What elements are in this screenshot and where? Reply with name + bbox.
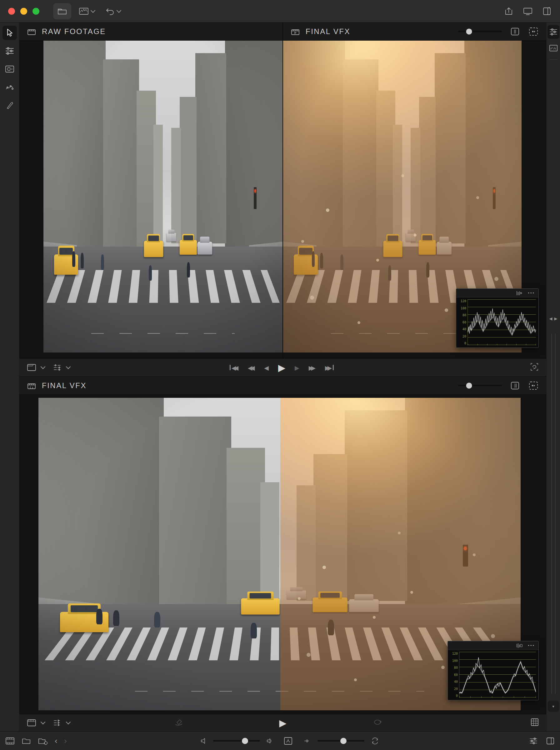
waveform-mode-icon[interactable] [516,291,523,296]
clapperboard-play-icon [291,27,300,36]
luma-waveform-scope-bottom[interactable]: ••• 120 100 80 60 40 20 0 [447,641,539,700]
volume-slider-knob[interactable] [242,738,248,744]
scope-options-button[interactable]: ••• [528,291,535,295]
panel-nav-arrows[interactable]: ◀ ▶ [546,316,560,321]
traffic-lights [8,8,39,15]
split-view-icon[interactable] [510,381,520,390]
panel-title: FINAL VFX [306,27,350,36]
chevron-down-icon[interactable] [66,720,71,725]
speed-slider-knob[interactable] [340,738,346,744]
smart-folder-icon[interactable] [38,736,48,746]
pen-tool-button[interactable] [2,98,17,113]
grid-view-button[interactable] [530,717,539,728]
opacity-slider-knob[interactable] [466,383,472,388]
step-forward-button[interactable]: ▶ [295,364,299,371]
play-button[interactable]: ▶ [278,362,285,373]
channel-settings-icon[interactable] [52,718,62,728]
go-to-end-button[interactable]: ▶▶ [325,364,336,371]
playback-speed-slider[interactable] [318,740,364,742]
footer-left-tools: ‹ › [5,736,67,746]
waveform-mode-icon[interactable] [516,643,523,648]
undo-menu-button[interactable] [102,3,124,19]
history-forward-button[interactable]: › [64,737,67,745]
close-window-button[interactable] [8,8,15,15]
opacity-slider[interactable] [458,31,502,32]
filter-settings-icon[interactable] [529,736,538,745]
loop-toggle-button[interactable] [373,718,382,728]
chevron-down-icon[interactable] [66,364,71,369]
scope-y-axis: 120 100 80 60 40 20 0 [458,299,467,345]
select-tool-button[interactable] [2,26,17,40]
waveform-trace [468,299,536,345]
vfx-viewer-canvas[interactable]: ••• 120 100 80 60 40 20 0 [283,41,546,359]
split-view-icon[interactable] [510,27,520,36]
roto-brush-icon [174,718,183,727]
go-to-start-button[interactable]: ◀◀ [230,364,238,371]
marker-icon[interactable] [304,737,311,745]
scope-body: 120 100 80 60 40 20 0 [456,298,538,347]
filmstrip-icon[interactable] [5,736,15,746]
tracker-tool-button[interactable] [2,80,17,94]
chevron-down-icon [117,8,122,13]
transport-left-tools [26,718,70,728]
export-icon[interactable] [504,6,514,16]
prev-arrow-icon[interactable]: ◀ [549,316,553,321]
display-icon[interactable] [522,6,533,16]
speaker-low-icon[interactable] [200,737,207,745]
zoom-window-button[interactable] [33,8,39,15]
scope-options-button[interactable]: ••• [528,644,535,648]
scopes-panel-button[interactable] [547,41,559,55]
speaker-high-icon[interactable] [266,737,273,745]
selection-region-icon[interactable] [528,381,539,390]
opacity-slider[interactable] [458,385,502,386]
media-bin-button[interactable] [53,3,71,19]
loop-region-icon[interactable] [529,362,539,372]
scopes-menu-button[interactable] [76,3,98,19]
transport-left-tools [26,363,70,372]
selection-region-icon[interactable] [528,27,539,36]
sidebar-toggle-icon[interactable] [542,6,552,16]
fullscreen-preview-icon[interactable] [283,736,293,746]
chevron-down-icon[interactable] [41,720,46,725]
collapse-panel-button[interactable]: ▾ [548,701,559,712]
fast-forward-button[interactable]: ▶▶ [309,364,316,371]
inspector-button[interactable] [547,25,559,39]
viewer-source-icon[interactable] [26,718,37,728]
panel-layout-icon[interactable] [546,736,555,745]
roto-overlay-button[interactable] [174,718,183,728]
viewer-source-icon[interactable] [26,363,37,372]
tick-label: 80 [454,666,458,669]
clapperboard-icon [27,27,36,36]
split-viewer-canvas[interactable]: ••• 120 100 80 60 40 20 0 [19,395,546,714]
tick-label: 40 [454,680,458,684]
chevron-down-icon[interactable] [41,364,46,369]
vfx-panel-header: FINAL VFX [283,22,546,41]
footer-center-controls [200,736,379,746]
motion-path-icon [5,83,14,92]
history-back-button[interactable]: ‹ [54,737,58,745]
left-tool-rail [0,22,19,731]
keyframe-editor-button[interactable] [2,62,17,76]
raw-viewer-canvas[interactable] [19,41,282,359]
loop-playback-icon[interactable] [371,737,379,745]
channel-settings-icon[interactable] [52,363,62,372]
adjust-tool-button[interactable] [2,44,17,58]
step-back-button[interactable]: ◀ [264,364,269,371]
keyframe-box-icon [5,65,15,74]
play-button[interactable]: ▶ [279,717,286,728]
opacity-slider-knob[interactable] [466,28,472,34]
chevron-down-icon [91,8,96,13]
titlebar-right-tools [504,6,552,16]
next-arrow-icon[interactable]: ▶ [554,316,558,321]
panel-drag-handle[interactable] [551,333,556,694]
grid-icon [530,717,539,727]
folder-icon[interactable] [21,736,31,745]
rewind-button[interactable]: ◀◀ [248,364,255,371]
volume-slider[interactable] [213,740,260,742]
tick-label: 20 [462,335,466,338]
luma-waveform-scope[interactable]: ••• 120 100 80 60 40 20 0 [456,288,539,348]
scope-x-ticks [468,344,536,345]
panel-title: FINAL VFX [42,381,86,390]
minimize-window-button[interactable] [20,8,27,15]
viewer-column: RAW FOOTAGE [19,22,546,731]
